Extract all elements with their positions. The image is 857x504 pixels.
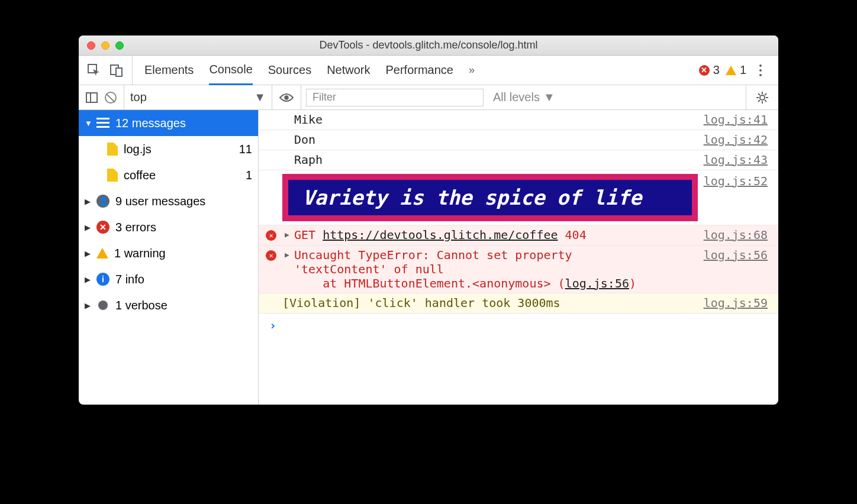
sidebar-messages-label: 12 messages xyxy=(115,117,186,130)
log-row[interactable]: Don log.js:42 xyxy=(259,130,778,150)
sidebar-group-label: 1 verbose xyxy=(115,299,167,312)
log-row-violation[interactable]: [Violation] 'click' handler took 3000ms … xyxy=(259,293,778,314)
tabs-overflow[interactable]: » xyxy=(469,56,475,85)
caret-right-icon: ▶ xyxy=(85,275,91,284)
sidebar-messages[interactable]: ▼ 12 messages xyxy=(79,110,258,136)
list-icon xyxy=(96,118,109,128)
panel-tabs: Elements Console Sources Network Perform… xyxy=(79,56,778,85)
window-controls xyxy=(79,41,124,50)
caret-right-icon: ▶ xyxy=(285,250,289,259)
sidebar-group-label: 3 errors xyxy=(115,221,156,234)
svg-line-12 xyxy=(765,93,766,95)
error-message-line2: 'textContent' of null xyxy=(294,262,444,276)
sidebar-group-label: 9 user messages xyxy=(115,195,205,208)
chevron-down-icon: ▼ xyxy=(254,91,266,104)
stack-fn: <anonymous> xyxy=(472,276,550,290)
log-source-link[interactable]: log.js:43 xyxy=(698,153,768,167)
context-selector[interactable]: top ▼ xyxy=(124,85,272,109)
log-text: Raph xyxy=(294,153,698,167)
console-output: Mike log.js:41 Don log.js:42 Raph log.js… xyxy=(259,110,778,405)
caret-right-icon: ▶ xyxy=(85,301,91,310)
sidebar-user-messages[interactable]: ▶ 👤 9 user messages xyxy=(79,188,258,214)
sidebar-file-count: 1 xyxy=(246,169,252,182)
error-icon: ✕ xyxy=(699,65,710,76)
sidebar-group-label: 7 info xyxy=(115,273,144,286)
log-source-link[interactable]: log.js:52 xyxy=(698,174,768,188)
console-settings-icon[interactable] xyxy=(746,85,778,109)
tab-sources[interactable]: Sources xyxy=(268,56,311,85)
violation-text: [Violation] 'click' handler took 3000ms xyxy=(282,296,698,310)
log-row[interactable]: Raph log.js:43 xyxy=(259,150,778,170)
close-window-button[interactable] xyxy=(87,41,95,50)
http-method: GET xyxy=(294,228,315,242)
live-expression-icon[interactable] xyxy=(279,91,294,105)
error-icon: ✕ xyxy=(96,221,109,234)
console-prompt[interactable]: › xyxy=(259,314,778,337)
http-url[interactable]: https://devtools.glitch.me/coffee xyxy=(323,228,558,242)
error-icon: ✕ xyxy=(266,230,276,241)
warning-count: 1 xyxy=(740,63,746,77)
clear-console-icon[interactable] xyxy=(105,92,117,104)
warning-icon xyxy=(726,66,736,75)
tab-network[interactable]: Network xyxy=(327,56,370,85)
sidebar-file-name: coffee xyxy=(124,169,156,182)
svg-line-11 xyxy=(758,100,760,102)
http-status: 404 xyxy=(565,228,587,242)
sidebar-info[interactable]: ▶ i 7 info xyxy=(79,266,258,292)
toggle-sidebar-icon[interactable] xyxy=(86,92,98,103)
log-row-styled[interactable]: Variety is the spice of life log.js:52 xyxy=(259,170,778,225)
sidebar-file-coffee[interactable]: coffee 1 xyxy=(79,162,258,188)
svg-point-3 xyxy=(284,95,288,99)
inspect-element-icon[interactable] xyxy=(87,63,101,77)
window-title: DevTools - devtools.glitch.me/console/lo… xyxy=(79,39,778,51)
error-count: 3 xyxy=(713,63,720,77)
sidebar-file-logjs[interactable]: log.js 11 xyxy=(79,136,258,162)
caret-right-icon: ▶ xyxy=(85,249,91,258)
log-row-error-network[interactable]: ✕ ▶ GET https://devtools.glitch.me/coffe… xyxy=(259,225,778,245)
device-toggle-icon[interactable] xyxy=(109,63,124,77)
filter-input[interactable] xyxy=(306,89,484,106)
sidebar-errors[interactable]: ▶ ✕ 3 errors xyxy=(79,214,258,240)
sidebar-verbose[interactable]: ▶ 1 verbose xyxy=(79,292,258,318)
warning-count-badge[interactable]: 1 xyxy=(726,63,746,77)
svg-rect-2 xyxy=(116,68,122,76)
sidebar-group-label: 1 warning xyxy=(114,247,166,260)
log-row-error-exception[interactable]: ✕ ▶ Uncaught TypeError: Cannot set prope… xyxy=(259,245,778,293)
tab-performance[interactable]: Performance xyxy=(386,56,454,85)
zoom-window-button[interactable] xyxy=(115,41,124,50)
log-levels-selector[interactable]: All levels ▼ xyxy=(488,91,560,104)
user-icon: 👤 xyxy=(96,195,109,208)
warning-icon xyxy=(96,248,108,259)
log-source-link[interactable]: log.js:56 xyxy=(698,248,768,262)
log-text: Don xyxy=(294,133,698,147)
tab-console[interactable]: Console xyxy=(209,56,252,85)
log-source-link[interactable]: log.js:41 xyxy=(698,112,768,127)
stack-prefix: at HTMLButtonElement. xyxy=(323,276,472,290)
svg-line-9 xyxy=(758,93,760,95)
error-icon: ✕ xyxy=(266,250,276,261)
chevron-down-icon: ▼ xyxy=(543,91,555,104)
file-icon xyxy=(107,169,118,182)
log-row[interactable]: Mike log.js:41 xyxy=(259,110,778,130)
sidebar-file-name: log.js xyxy=(124,143,152,156)
log-source-link[interactable]: log.js:42 xyxy=(698,133,768,147)
error-count-badge[interactable]: ✕ 3 xyxy=(699,63,720,77)
tab-elements[interactable]: Elements xyxy=(144,56,194,85)
stack-location-link[interactable]: log.js:56 xyxy=(565,276,629,290)
minimize-window-button[interactable] xyxy=(101,41,109,50)
log-source-link[interactable]: log.js:68 xyxy=(698,228,768,242)
caret-right-icon: ▶ xyxy=(85,223,91,232)
error-message-line1: Uncaught TypeError: Cannot set property xyxy=(294,248,572,262)
log-levels-label: All levels xyxy=(493,91,540,104)
sidebar-warnings[interactable]: ▶ 1 warning xyxy=(79,240,258,266)
bug-icon xyxy=(96,299,109,312)
file-icon xyxy=(107,143,118,156)
svg-line-10 xyxy=(765,100,766,102)
caret-down-icon: ▼ xyxy=(85,119,91,128)
settings-menu-button[interactable] xyxy=(759,69,762,72)
sidebar-file-count: 11 xyxy=(239,143,252,156)
log-source-link[interactable]: log.js:59 xyxy=(698,296,768,310)
console-sidebar: ▼ 12 messages log.js 11 coffee 1 ▶ 👤 9 u… xyxy=(79,110,259,405)
caret-right-icon: ▶ xyxy=(85,197,91,206)
info-icon: i xyxy=(96,273,109,286)
